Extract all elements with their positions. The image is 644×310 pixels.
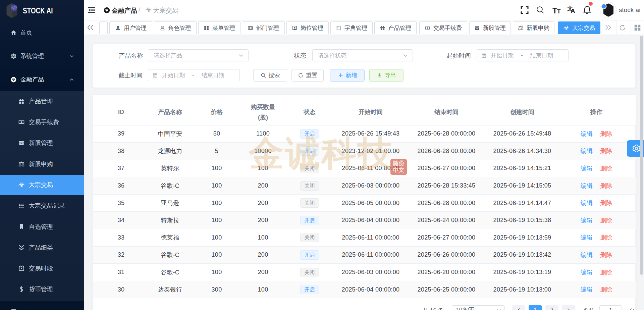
- svg-text:</>: </>: [11, 6, 16, 10]
